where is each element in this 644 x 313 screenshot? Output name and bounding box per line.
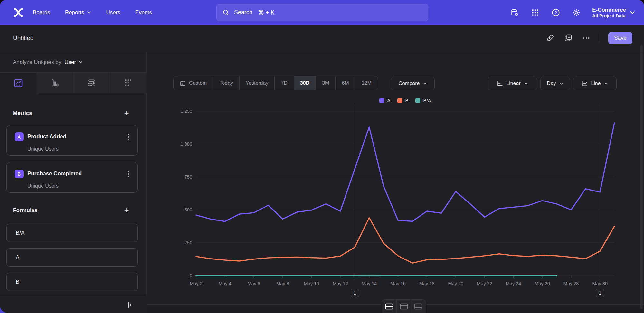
chart-type-tabs <box>0 73 147 93</box>
app-window: BoardsReportsUsersEvents Search ⌘ + K <box>0 0 644 313</box>
nav-item-users[interactable]: Users <box>106 9 120 16</box>
tab-flow-chart[interactable] <box>73 73 110 93</box>
project-scope: All Project Data <box>592 13 626 18</box>
metric-card-b[interactable]: BPurchase CompletedUnique Users <box>6 162 138 193</box>
metric-card-a[interactable]: AProduct AddedUnique Users <box>6 125 138 156</box>
y-axis-label: 500 <box>185 207 192 212</box>
project-switcher[interactable]: E-Commerce All Project Data <box>592 6 635 18</box>
x-axis-label: May 6 <box>247 281 260 286</box>
layout-toggle-split-view[interactable] <box>382 300 396 313</box>
formula-label: B/A <box>16 230 24 236</box>
date-range-yesterday[interactable]: Yesterday <box>239 76 275 90</box>
nav-item-reports[interactable]: Reports <box>65 9 91 16</box>
line-chart-icon <box>582 81 588 87</box>
x-axis-label: May 28 <box>564 281 579 286</box>
x-axis-label: May 16 <box>390 281 406 286</box>
x-axis-label: May 8 <box>276 281 289 286</box>
x-axis-label: May 24 <box>506 281 521 286</box>
metric-measure[interactable]: Unique Users <box>27 183 59 189</box>
legend-item-a[interactable]: A <box>379 98 390 103</box>
date-range-6m[interactable]: 6M <box>335 76 355 90</box>
divider <box>600 33 600 43</box>
nav-item-label: Users <box>106 9 120 16</box>
collapse-sidebar-icon[interactable] <box>127 301 135 309</box>
date-range-custom[interactable]: Custom <box>174 76 213 90</box>
top-nav: BoardsReportsUsersEvents Search ⌘ + K <box>0 0 644 25</box>
nav-item-events[interactable]: Events <box>135 9 152 16</box>
x-axis-label: May 30 <box>592 281 608 286</box>
more-options-icon[interactable] <box>582 33 591 43</box>
chevron-down-icon <box>79 60 83 64</box>
legend-item-b[interactable]: B <box>397 98 408 103</box>
date-range-7d[interactable]: 7D <box>274 76 293 90</box>
settings-gear-icon[interactable] <box>572 8 581 17</box>
metrics-heading: Metrics <box>13 110 32 117</box>
apps-grid-icon[interactable] <box>530 8 540 17</box>
compare-label: Compare <box>399 81 420 86</box>
scrollbar[interactable] <box>640 45 643 309</box>
chart-style-dropdown[interactable]: Line <box>573 77 617 90</box>
legend-label: B/A <box>423 98 431 103</box>
y-axis-label: 1,000 <box>181 142 192 147</box>
search-input[interactable]: Search ⌘ + K <box>216 4 428 21</box>
x-axis-label: May 12 <box>333 281 348 286</box>
y-axis-label: 250 <box>185 240 192 245</box>
x-axis-label: May 22 <box>477 281 492 286</box>
report-canvas: CustomTodayYesterday7D30D3M6M12M Compare… <box>147 52 644 313</box>
x-axis-label: May 2 <box>190 281 203 286</box>
report-title[interactable]: Untitled <box>13 34 33 42</box>
mixpanel-logo-icon[interactable] <box>12 6 24 19</box>
analyze-value: User <box>64 59 76 65</box>
x-axis-label: May 4 <box>219 281 232 286</box>
duplicate-icon[interactable] <box>564 33 573 43</box>
report-header: Untitled <box>0 25 644 52</box>
annotation-marker[interactable]: 1 <box>351 289 359 297</box>
chevron-down-icon <box>559 82 564 86</box>
metric-name: Purchase Completed <box>27 171 82 177</box>
date-range-12m[interactable]: 12M <box>355 76 378 90</box>
copy-link-icon[interactable] <box>545 33 555 43</box>
chart-hover-area[interactable] <box>196 111 614 276</box>
tab-line-chart[interactable] <box>0 73 36 93</box>
tab-bar-chart[interactable] <box>36 73 73 93</box>
help-icon[interactable]: ? <box>551 8 561 17</box>
report-actions: Save <box>545 32 632 44</box>
data-management-icon[interactable] <box>510 8 519 17</box>
formulas-heading: Formulas <box>13 207 38 214</box>
add-formula-button[interactable]: + <box>122 206 131 215</box>
formula-card[interactable]: A <box>6 248 138 267</box>
save-button[interactable]: Save <box>608 32 632 44</box>
nav-item-boards[interactable]: Boards <box>33 9 50 16</box>
legend-item-b-a[interactable]: B/A <box>415 98 431 103</box>
metric-options-icon[interactable] <box>127 132 130 142</box>
compare-dropdown[interactable]: Compare <box>391 77 435 90</box>
legend-swatch <box>397 98 402 103</box>
project-name: E-Commerce <box>592 6 626 13</box>
y-axis-label: 1,250 <box>181 109 192 114</box>
add-metric-button[interactable]: + <box>122 109 131 118</box>
scale-dropdown[interactable]: Linear <box>488 77 537 90</box>
metric-measure[interactable]: Unique Users <box>27 146 59 152</box>
date-range-today[interactable]: Today <box>213 76 239 90</box>
search-placeholder: Search <box>234 9 252 16</box>
x-axis-label: May 14 <box>362 281 377 286</box>
chevron-down-icon <box>524 82 528 86</box>
layout-toggle-panel <box>382 299 426 313</box>
chevron-down-icon <box>604 82 608 86</box>
formula-card[interactable]: B <box>6 273 138 291</box>
nav-right: ? E-Commerce All Project Data <box>510 0 644 25</box>
date-range-30d[interactable]: 30D <box>294 76 316 90</box>
date-range-label: Today <box>219 80 233 86</box>
chevron-down-icon <box>423 82 427 86</box>
annotation-marker[interactable]: 1 <box>596 289 604 297</box>
layout-toggle-chart-bottom-view[interactable] <box>411 300 426 313</box>
x-axis-label: May 26 <box>535 281 550 286</box>
date-range-3m[interactable]: 3M <box>316 76 335 90</box>
analyze-by-dropdown[interactable]: User <box>64 59 83 65</box>
tab-metrics-grid[interactable] <box>110 73 147 93</box>
interval-dropdown[interactable]: Day <box>540 77 570 90</box>
formula-card[interactable]: B/A <box>6 224 138 242</box>
sidebar-footer <box>0 296 147 313</box>
layout-toggle-chart-top-view[interactable] <box>396 300 411 313</box>
metric-options-icon[interactable] <box>127 170 130 179</box>
